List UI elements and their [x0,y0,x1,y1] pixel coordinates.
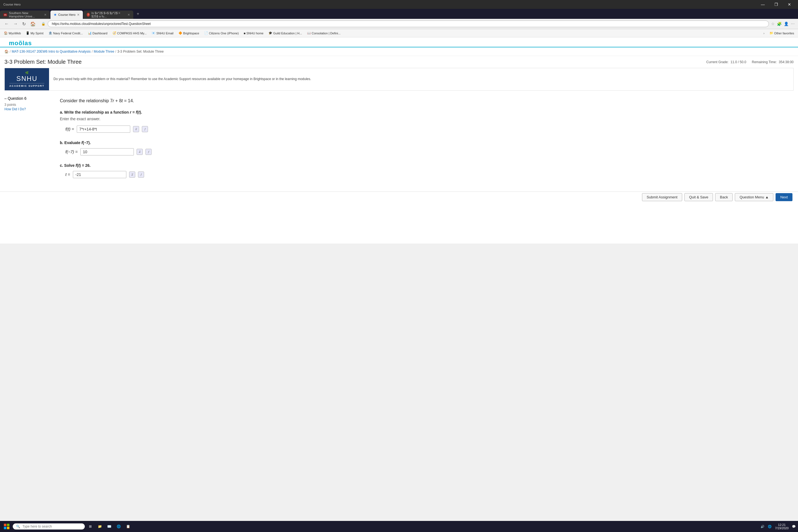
part-b-math-row: f(−7) = 𝛴 𝑓 [60,148,794,155]
bookmark-mysprint-icon: 📱 [26,31,30,35]
part-c-formula-btn-1[interactable]: 𝛴 [129,172,135,177]
part-b-formula-btn-1[interactable]: 𝛴 [137,149,143,155]
part-a-formula-btn-1[interactable]: 𝛴 [133,126,139,132]
bookmark-star-icon[interactable]: ☆ [771,22,775,26]
current-grade-value: 11.0 / 50.0 [731,60,746,64]
tab-label-snhu: Southern New Hampshire Unive... [9,11,42,18]
bookmark-navyfederal[interactable]: 🏦 Navy Federal Credit... [47,31,84,36]
bookmark-mysprint-label: My Sprint [31,32,43,35]
bookmark-navyfederal-icon: 🏦 [49,31,52,35]
bookmark-snhuemail[interactable]: 📧 SNHU Email [150,31,175,36]
breadcrumb: 🏠 / MAT-136-X6147 20EW6 Intro to Quantit… [0,48,798,56]
back-nav-button[interactable]: ← [3,21,10,27]
bookmark-dashboard-label: Dashboard [93,32,108,35]
next-button[interactable]: Next [776,193,793,201]
bookmark-dashboard[interactable]: 📊 Dashboard [86,31,109,36]
part-b-input[interactable] [80,148,134,155]
bookmark-mysprint[interactable]: 📱 My Sprint [24,31,45,36]
bookmark-consolation[interactable]: 📖 Consolation | Defini... [305,31,342,36]
part-a-instruction: Enter the exact answer. [60,117,794,121]
minimize-button[interactable]: — [757,0,769,9]
bookmark-otherfavorites-icon: 📁 [770,31,773,35]
part-c: c. Solve f(t) = 26. t = 𝛴 𝑓 [60,163,794,178]
bookmark-compass-label: COMPASS HHS My... [117,32,147,35]
snhu-logo-text: snhu [16,75,37,82]
bookmark-otherfavorites-label: Other favorites [774,32,794,35]
support-banner: 🌿 snhu Academic Support Do you need help… [4,68,794,91]
breadcrumb-module[interactable]: Module Three [94,50,114,54]
bookmark-chevron[interactable]: › [762,31,766,36]
bookmark-dashboard-icon: 📊 [88,31,92,35]
remaining-time-value: 354:38:00 [779,60,794,64]
tab-coursehero[interactable]: ★ Course Hero ✕ [51,11,83,19]
problem-title: 3-3 Problem Set: Module Three [4,59,82,65]
part-a-label: a. Write the relationship as a function … [60,110,794,114]
window-title: Course Hero [3,3,20,6]
remaining-time-label: Remaining Time: 354:38:00 [752,60,794,64]
forward-nav-button[interactable]: → [12,21,19,27]
back-button[interactable]: Back [715,193,733,201]
part-c-formula-btn-2[interactable]: 𝑓 [138,172,144,177]
part-a: a. Write the relationship as a function … [60,110,794,133]
bookmark-snhuemail-icon: 📧 [152,31,155,35]
part-c-math-row: t = 𝛴 𝑓 [60,171,794,178]
home-icon: 🏠 [4,50,8,54]
bookmark-citizensone[interactable]: 📄 Citizens One (iPhone) [203,31,241,36]
breadcrumb-current: 3-3 Problem Set: Module Three [117,50,164,54]
tab-favicon-math: ? [87,13,90,17]
tab-label-math: Is $x^2$ $+$ $y^2$ = $25$ a fu... [92,11,126,18]
tab-close-snhu[interactable]: ✕ [44,13,46,17]
close-button[interactable]: ✕ [783,0,796,9]
question-body: Consider the relationship 7r + 8t = 14. … [60,94,794,191]
problem-header: 3-3 Problem Set: Module Three Current Gr… [0,56,798,68]
extensions-icon[interactable]: 🧩 [777,22,782,26]
tab-close-coursehero[interactable]: ✕ [77,13,79,17]
tab-snhu[interactable]: m Southern New Hampshire Unive... ✕ [0,11,50,19]
main-area: – Question 6 3 points How Did I Do? Cons… [0,94,798,191]
how-did-link[interactable]: How Did I Do? [4,107,26,111]
part-b-formula-btn-2[interactable]: 𝑓 [146,149,152,155]
breadcrumb-course[interactable]: MAT-136-X6147 20EW6 Intro to Quantitativ… [12,50,91,54]
bookmark-consolation-label: Consolation | Defini... [312,32,341,35]
bookmark-snhuemail-label: SNHU Email [156,32,173,35]
lock-icon: 🔒 [41,22,45,26]
bookmark-compass-icon: 🧭 [113,31,116,35]
bookmark-consolation-icon: 📖 [307,31,311,35]
tab-favicon-snhu: m [3,13,7,16]
tab-math[interactable]: ? Is $x^2$ $+$ $y^2$ = $25$ a fu... ✕ [83,11,133,19]
profile-icon[interactable]: 👤 [784,22,788,26]
menu-icon[interactable]: ⋯ [791,22,795,26]
bookmark-wyoweb[interactable]: 🏠 WyoWeb [2,31,22,36]
current-grade-label: Current Grade: 11.0 / 50.0 [706,60,746,64]
chevron-up-icon: ▲ [765,195,768,199]
bookmark-snhuhome[interactable]: ■ SNHU home [242,31,265,36]
part-a-formula-btn-2[interactable]: 𝑓 [142,126,148,132]
restore-button[interactable]: ❐ [770,0,782,9]
grade-info: Current Grade: 11.0 / 50.0 Remaining Tim… [706,60,794,64]
reload-button[interactable]: ↻ [21,21,27,27]
tab-label-coursehero: Course Hero [58,13,75,16]
quit-save-button[interactable]: Quit & Save [684,193,713,201]
part-a-input[interactable] [77,126,130,133]
bookmark-guildeducation-icon: 🎓 [268,31,272,35]
part-c-math-label: t = [65,172,70,177]
home-button[interactable]: 🏠 [29,21,37,27]
question-menu-button[interactable]: Question Menu ▲ [735,193,773,201]
bookmark-compass[interactable]: 🧭 COMPASS HHS My... [111,31,149,36]
bookmarks-bar: 🏠 WyoWeb 📱 My Sprint 🏦 Navy Federal Cred… [0,29,798,37]
support-logo-subtitle: Academic Support [10,83,44,87]
address-input[interactable]: https://snhu.mobius.cloud/modules/unproc… [48,20,769,27]
support-text: Do you need help with this problem or th… [49,74,316,84]
bookmark-guildeducation[interactable]: 🎓 Guild Education | H... [267,31,304,36]
tab-close-math[interactable]: ✕ [128,13,130,17]
bookmark-otherfavorites[interactable]: 📁 Other favorites [768,31,796,36]
part-c-input[interactable] [73,171,126,178]
part-b-label: b. Evaluate f(−7). [60,140,794,145]
title-bar: Course Hero — ❐ ✕ [0,0,798,9]
address-bar: ← → ↻ 🏠 🔒 https://snhu.mobius.cloud/modu… [0,19,798,29]
bookmark-brightspace[interactable]: 🔶 Brightspace [177,31,201,36]
tab-favicon-coursehero: ★ [54,13,57,17]
bookmark-navyfederal-label: Navy Federal Credit... [53,32,83,35]
submit-assignment-button[interactable]: Submit Assignment [642,193,682,201]
new-tab-button[interactable]: + [134,10,142,17]
